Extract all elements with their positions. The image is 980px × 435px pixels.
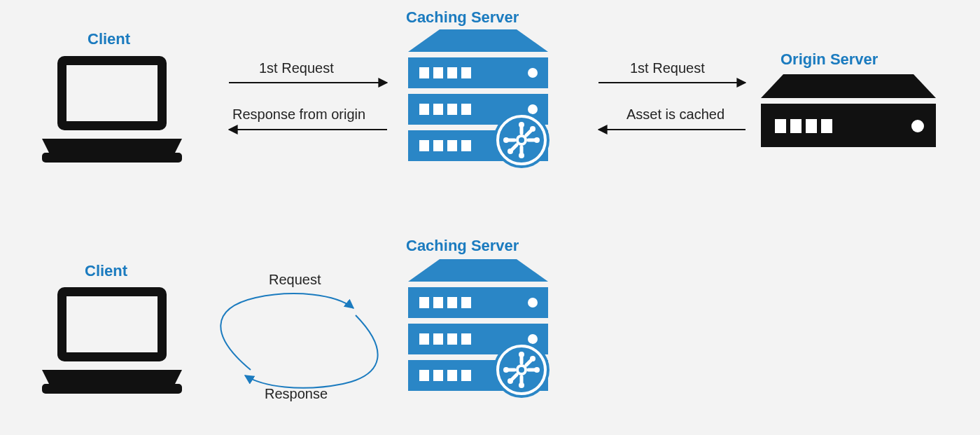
svg-rect-61 <box>447 370 457 381</box>
svg-point-77 <box>534 367 540 373</box>
svg-rect-19 <box>461 140 471 151</box>
svg-rect-41 <box>821 119 832 133</box>
svg-rect-9 <box>461 67 471 78</box>
svg-rect-18 <box>447 140 457 151</box>
svg-point-34 <box>534 137 540 143</box>
svg-point-53 <box>528 298 538 308</box>
arrow-response-curve <box>245 315 378 388</box>
svg-rect-1 <box>66 65 158 121</box>
svg-rect-11 <box>419 104 429 115</box>
svg-rect-57 <box>461 333 471 345</box>
svg-point-76 <box>503 367 509 373</box>
svg-point-74 <box>519 352 524 357</box>
svg-point-67 <box>519 367 524 373</box>
svg-rect-49 <box>419 297 429 308</box>
svg-point-32 <box>519 153 524 158</box>
svg-rect-13 <box>447 104 457 115</box>
svg-rect-17 <box>433 140 443 151</box>
svg-point-78 <box>530 356 536 361</box>
svg-point-15 <box>528 104 538 114</box>
svg-point-58 <box>528 334 538 344</box>
origin-server-icon <box>761 74 936 147</box>
svg-rect-54 <box>419 333 429 345</box>
svg-rect-60 <box>433 370 443 381</box>
svg-rect-37 <box>761 104 936 147</box>
svg-point-79 <box>507 378 513 384</box>
svg-point-36 <box>507 149 513 154</box>
svg-rect-62 <box>461 370 471 381</box>
arrows-row2 <box>220 294 377 388</box>
svg-rect-38 <box>775 119 786 133</box>
svg-point-31 <box>519 122 524 127</box>
arrow-request-curve <box>220 294 354 370</box>
svg-rect-14 <box>461 104 471 115</box>
svg-rect-12 <box>433 104 443 115</box>
svg-point-42 <box>911 120 924 132</box>
svg-point-10 <box>528 68 538 78</box>
svg-rect-6 <box>419 67 429 78</box>
laptop-icon <box>42 56 182 163</box>
svg-rect-16 <box>419 140 429 151</box>
svg-rect-59 <box>419 370 429 381</box>
svg-point-33 <box>503 137 509 143</box>
svg-point-24 <box>519 137 524 143</box>
svg-rect-55 <box>433 333 443 345</box>
server-icon-top <box>408 29 550 168</box>
svg-rect-2 <box>42 153 182 163</box>
svg-point-75 <box>519 382 524 388</box>
svg-rect-50 <box>433 297 443 308</box>
svg-rect-51 <box>447 297 457 308</box>
svg-rect-39 <box>790 119 802 133</box>
svg-rect-56 <box>447 333 457 345</box>
server-icon-bottom <box>408 259 550 398</box>
svg-rect-40 <box>806 119 817 133</box>
diagram-svg <box>0 0 980 435</box>
diagram-canvas: Client Caching Server Origin Server Clie… <box>0 0 980 435</box>
svg-rect-45 <box>42 384 182 394</box>
svg-point-35 <box>530 126 536 132</box>
svg-rect-8 <box>447 67 457 78</box>
svg-rect-7 <box>433 67 443 78</box>
svg-rect-44 <box>66 296 158 352</box>
laptop-icon-bottom <box>42 287 182 394</box>
svg-rect-52 <box>461 297 471 308</box>
